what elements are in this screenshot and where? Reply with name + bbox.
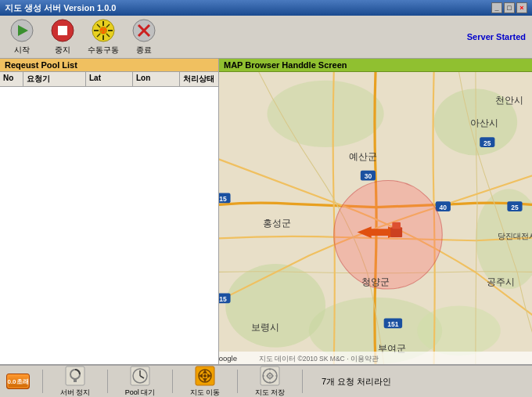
svg-point-62 xyxy=(203,374,207,377)
right-panel: MAP Browser Handdle Screen xyxy=(219,59,532,364)
col-lat: Lat xyxy=(86,72,133,86)
active-indicator: 0.0초래 xyxy=(6,374,30,389)
title-bar-buttons: _ □ × xyxy=(491,2,527,13)
map-move-button[interactable]: 지도 이동 xyxy=(185,365,225,397)
separator-5 xyxy=(302,370,303,393)
pool-wait-button[interactable]: Pool 대기 xyxy=(120,365,160,397)
map-svg: 30 25 25 15 15 151 40 xyxy=(219,72,532,364)
toolbar: 시작 중지 ☢ 수동구동 xyxy=(0,16,532,59)
svg-text:25: 25 xyxy=(511,204,519,211)
end-button[interactable]: 종료 xyxy=(128,18,160,56)
start-label: 시작 xyxy=(14,45,30,56)
col-no: No xyxy=(0,72,23,86)
svg-text:30: 30 xyxy=(365,172,372,180)
svg-text:☢: ☢ xyxy=(99,26,107,35)
svg-point-16 xyxy=(417,305,501,355)
main-content: Reqeust Pool List No 요청기 Lat Lon 처리상태 MA… xyxy=(0,59,532,364)
map-save-label: 지도 저장 xyxy=(255,388,286,397)
svg-text:15: 15 xyxy=(219,195,227,203)
server-stop-button[interactable]: 서버 정지 xyxy=(56,365,95,397)
window-title: 지도 생성 서버 Version 1.0.0 xyxy=(5,2,116,14)
close-button[interactable]: × xyxy=(516,2,527,13)
svg-point-14 xyxy=(267,81,383,147)
pool-list-header: Reqeust Pool List xyxy=(0,59,218,72)
svg-text:지도 데이터 ©2010 SK M&C · 이용약관: 지도 데이터 ©2010 SK M&C · 이용약관 xyxy=(259,355,379,363)
title-bar: 지도 생성 서버 Version 1.0.0 _ □ × xyxy=(0,0,532,16)
svg-rect-51 xyxy=(74,379,77,382)
col-request: 요청기 xyxy=(23,72,86,86)
left-panel: Reqeust Pool List No 요청기 Lat Lon 처리상태 xyxy=(0,59,219,364)
minimize-button[interactable]: _ xyxy=(491,2,502,13)
start-icon xyxy=(9,18,34,43)
svg-text:0.0초래: 0.0초래 xyxy=(7,378,28,385)
svg-text:청양군: 청양군 xyxy=(361,276,390,287)
svg-text:공주시: 공주시 xyxy=(487,276,515,287)
manual-icon: ☢ xyxy=(91,18,116,43)
map-save-icon xyxy=(259,365,281,387)
svg-text:15: 15 xyxy=(219,295,227,303)
end-icon xyxy=(131,18,156,43)
manual-button[interactable]: ☢ 수동구동 xyxy=(88,18,119,56)
pool-wait-label: Pool 대기 xyxy=(125,388,156,397)
server-stop-icon xyxy=(64,365,86,387)
bottom-bar: 0.0초래 서버 정지 Pool 대기 xyxy=(0,364,532,397)
separator-4 xyxy=(237,370,238,393)
map-move-icon xyxy=(194,365,216,387)
svg-rect-3 xyxy=(58,26,67,35)
table-body[interactable] xyxy=(0,87,218,364)
svg-text:보령시: 보령시 xyxy=(251,322,279,332)
stop-icon xyxy=(50,18,75,43)
stop-button[interactable]: 중지 xyxy=(47,18,78,56)
request-count: 7개 요청 처리라인 xyxy=(322,376,391,388)
map-move-label: 지도 이동 xyxy=(190,388,221,397)
maximize-button[interactable]: □ xyxy=(504,2,515,13)
server-stop-label: 서버 정지 xyxy=(60,388,91,397)
stop-label: 중지 xyxy=(55,45,70,56)
svg-text:40: 40 xyxy=(440,204,448,211)
map-container[interactable]: 30 25 25 15 15 151 40 xyxy=(219,72,532,364)
svg-text:Google: Google xyxy=(219,354,237,363)
separator-1 xyxy=(42,370,43,393)
map-header: MAP Browser Handdle Screen xyxy=(219,59,532,72)
map-save-button[interactable]: 지도 저장 xyxy=(250,365,289,397)
start-button[interactable]: 시작 xyxy=(6,18,38,56)
col-lon: Lon xyxy=(133,72,180,86)
separator-2 xyxy=(107,370,108,393)
table-header: No 요청기 Lat Lon 처리상태 xyxy=(0,72,218,87)
svg-text:151: 151 xyxy=(387,320,398,328)
svg-text:아산시: 아산시 xyxy=(470,117,498,128)
manual-label: 수동구동 xyxy=(88,45,119,56)
server-status: Server Started xyxy=(467,32,526,42)
svg-text:당진대전시: 당진대전시 xyxy=(498,232,532,240)
svg-text:홍성군: 홍성군 xyxy=(263,218,291,228)
pool-wait-icon xyxy=(129,365,151,387)
svg-text:예산군: 예산군 xyxy=(349,151,377,161)
svg-text:25: 25 xyxy=(483,139,491,147)
svg-rect-34 xyxy=(392,222,401,229)
end-label: 종료 xyxy=(136,45,152,56)
separator-3 xyxy=(172,370,173,393)
svg-text:천안시: 천안시 xyxy=(495,95,523,105)
